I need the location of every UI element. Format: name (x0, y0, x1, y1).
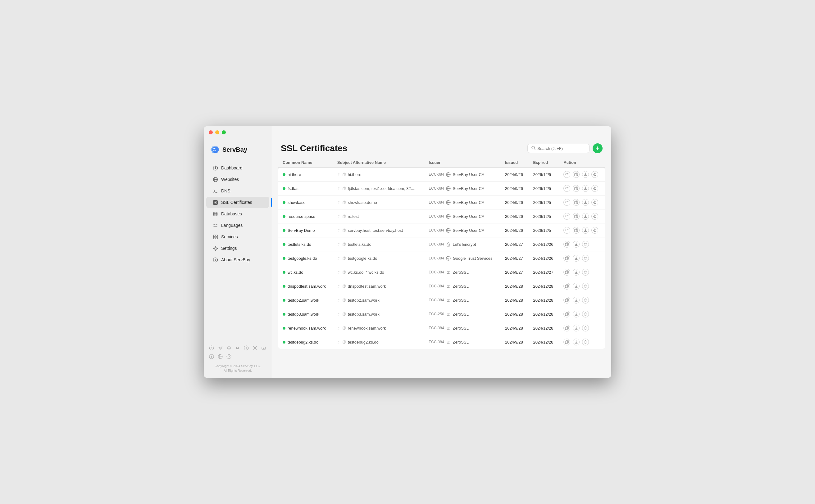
download-icon[interactable] (573, 297, 579, 304)
delete-icon[interactable] (582, 339, 589, 345)
download-icon[interactable] (573, 325, 579, 331)
export-icon[interactable] (591, 185, 598, 192)
page-title: SSL Certificates (281, 143, 347, 153)
sidebar-item-settings[interactable]: Settings (206, 243, 269, 254)
sidebar-item-databases[interactable]: Databases (206, 208, 269, 219)
delete-icon[interactable] (582, 297, 589, 304)
copy-icon[interactable] (563, 339, 570, 345)
refresh-icon[interactable] (563, 171, 570, 178)
san-icons: # (337, 298, 346, 302)
issuer-icon (446, 172, 451, 177)
refresh-icon[interactable] (563, 213, 570, 220)
delete-icon[interactable] (582, 255, 589, 262)
ecc-badge: ECC-384 (429, 214, 444, 218)
sidebar-item-dns[interactable]: DNS (206, 185, 269, 196)
copy-icon[interactable] (573, 199, 579, 206)
delete-icon[interactable] (582, 283, 589, 290)
help-icon[interactable] (226, 353, 232, 360)
svg-text:#: # (338, 215, 340, 218)
medium-icon[interactable]: M (234, 344, 241, 351)
svg-text:#: # (338, 187, 340, 191)
san-text: testlets.ks.do (348, 242, 372, 247)
copy-icon[interactable] (563, 255, 570, 262)
action-icons (563, 311, 601, 317)
download-icon[interactable] (582, 185, 589, 192)
telegram-icon[interactable] (217, 344, 224, 351)
svg-rect-42 (574, 173, 577, 176)
copy-icon[interactable] (563, 325, 570, 331)
download-icon[interactable] (582, 227, 589, 234)
cert-common-name: resource space (288, 214, 315, 219)
copy-icon[interactable] (573, 213, 579, 220)
search-box[interactable] (527, 144, 589, 153)
delete-icon[interactable] (582, 241, 589, 248)
close-button[interactable] (209, 130, 213, 134)
sidebar-item-about[interactable]: About ServBay (206, 254, 269, 265)
copy-icon[interactable] (563, 297, 570, 304)
copy-icon[interactable] (563, 269, 570, 276)
san-text: dnspodtest.sam.work (348, 284, 386, 289)
copy-icon[interactable] (563, 241, 570, 248)
download-icon[interactable] (582, 213, 589, 220)
ecc-badge: ECC-256 (429, 312, 444, 316)
sidebar-item-services[interactable]: Services (206, 231, 269, 242)
cert-common-name: testgoogle.ks.do (288, 256, 317, 261)
svg-line-35 (534, 149, 535, 150)
delete-icon[interactable] (582, 311, 589, 317)
download-icon[interactable] (573, 255, 579, 262)
download-icon[interactable] (573, 311, 579, 317)
san-icons: # (337, 256, 346, 260)
export-icon[interactable] (591, 227, 598, 234)
youtube-icon[interactable] (260, 344, 267, 351)
issuer-cell: ECC-384 ServBay User CA (429, 200, 496, 205)
col-action: Action (559, 158, 605, 168)
copy-icon[interactable] (573, 227, 579, 234)
issuer-icon (446, 214, 451, 219)
search-input[interactable] (537, 146, 585, 151)
download-icon[interactable] (573, 269, 579, 276)
sidebar-item-ssl-certificates[interactable]: SSL Certificates (206, 197, 269, 208)
refresh-icon[interactable] (563, 199, 570, 206)
cert-name-cell: hi there (283, 172, 329, 177)
refresh-icon[interactable] (563, 185, 570, 192)
maximize-button[interactable] (222, 130, 226, 134)
globe-icon[interactable] (217, 353, 224, 360)
action-cell (559, 307, 605, 321)
discord-icon[interactable] (226, 344, 232, 351)
minimize-button[interactable] (215, 130, 219, 134)
issuer-icon (446, 340, 451, 344)
export-icon[interactable] (591, 199, 598, 206)
svg-point-1 (215, 167, 216, 169)
issuer-name: ServBay User CA (453, 228, 484, 233)
copy-icon[interactable] (573, 185, 579, 192)
export-icon[interactable] (591, 213, 598, 220)
add-certificate-button[interactable]: + (592, 143, 602, 153)
facebook-icon[interactable] (243, 344, 250, 351)
copy-icon[interactable] (563, 311, 570, 317)
expired-date: 2024/12/28 (529, 307, 559, 321)
san-text: showkase.demo (348, 200, 377, 205)
sidebar-item-languages[interactable]: Languages (206, 220, 269, 231)
refresh-icon[interactable] (563, 227, 570, 234)
sidebar-item-websites[interactable]: Websites (206, 174, 269, 185)
delete-icon[interactable] (582, 325, 589, 331)
download-icon[interactable] (573, 283, 579, 290)
cert-name-cell: testdp3.sam.work (283, 312, 329, 317)
copy-icon[interactable] (573, 171, 579, 178)
cert-name-cell: testgoogle.ks.do (283, 256, 329, 261)
download-icon[interactable] (582, 199, 589, 206)
export-icon[interactable] (591, 171, 598, 178)
whatsapp-icon[interactable] (208, 344, 215, 351)
san-text: hi.there (348, 172, 361, 177)
table-row: resource space # rs.test ECC-384 ServBay… (278, 209, 605, 223)
info-circle-icon[interactable] (208, 353, 215, 360)
svg-text:#: # (338, 313, 340, 316)
x-icon[interactable] (252, 344, 259, 351)
download-icon[interactable] (573, 241, 579, 248)
copy-icon[interactable] (563, 283, 570, 290)
delete-icon[interactable] (582, 269, 589, 276)
download-icon[interactable] (582, 171, 589, 178)
download-icon[interactable] (573, 339, 579, 345)
sidebar-item-dashboard[interactable]: Dashboard (206, 162, 269, 173)
issuer-name: ZeroSSL (453, 270, 469, 275)
